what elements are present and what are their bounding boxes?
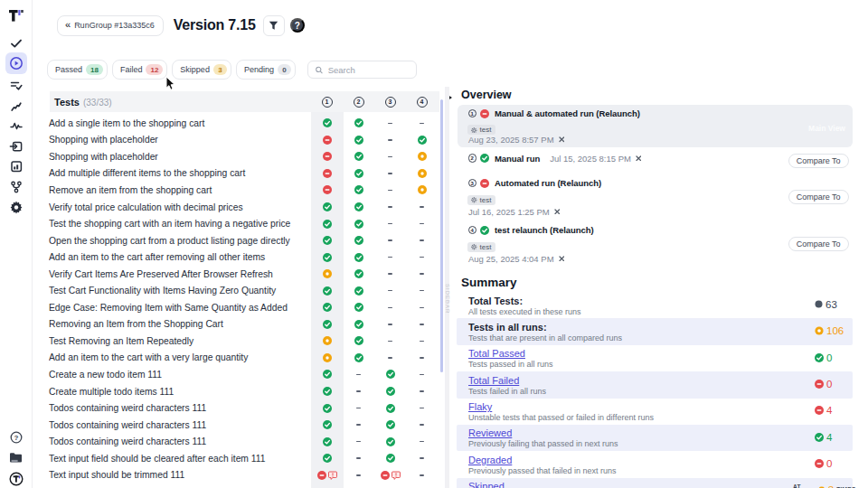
no-run-dash	[388, 206, 392, 208]
run-tag[interactable]: test	[467, 195, 495, 205]
remove-run-button[interactable]	[559, 136, 565, 143]
test-row[interactable]: Test Removing an Item Repeatedly	[33, 333, 439, 350]
ghost-main-view-label: Main View	[808, 124, 845, 133]
dark-dot-icon	[815, 300, 823, 308]
test-row[interactable]: Shopping with placeholder	[33, 132, 439, 149]
test-row[interactable]: Verify Cart Items Are Preserved After Br…	[33, 266, 439, 283]
tests-scrollbar-thumb[interactable]	[440, 99, 443, 372]
no-run-dash	[420, 223, 424, 225]
passed-status-icon	[354, 118, 363, 127]
passed-status-icon	[354, 220, 363, 229]
summary-row-flaky: FlakyUnstable tests that passed or faile…	[457, 399, 853, 425]
test-status-cell	[374, 454, 406, 463]
passed-status-icon	[386, 370, 395, 379]
test-row[interactable]: Removing an Item from the Shopping Cart	[33, 316, 439, 333]
compare-to-button[interactable]: Compare To	[788, 154, 849, 169]
test-row[interactable]: Shopping with placeholder	[33, 148, 439, 165]
sidebar-item-play-circle[interactable]	[5, 52, 27, 74]
test-row[interactable]: Text input field should be cleared after…	[33, 450, 439, 467]
test-row[interactable]: Verify total price calculation with deci…	[33, 199, 439, 216]
run-item-3[interactable]: 3 Automated run (Relaunch) testJul 16, 2…	[458, 178, 853, 188]
comment-indicator-icon	[392, 471, 401, 480]
test-row[interactable]: Remove an item from the shopping cart	[33, 182, 439, 199]
summary-row-value-prefix: AT LEAST	[793, 483, 816, 488]
test-status-cell	[406, 206, 438, 208]
summary-row-label[interactable]: Reviewed	[468, 427, 840, 438]
passed-status-icon	[354, 202, 363, 211]
test-status-cell	[343, 185, 374, 194]
no-run-dash	[420, 206, 424, 208]
no-run-dash	[420, 324, 424, 325]
run-item-1[interactable]: 1 Manual & automated run (Relaunch) test…	[458, 108, 853, 118]
summary-row-label[interactable]: Total Failed	[468, 375, 840, 386]
run-number-badge: 1	[468, 109, 477, 118]
test-row[interactable]: Add an item to the cart after removing a…	[33, 249, 439, 266]
test-row[interactable]: Add an item to the cart with a very larg…	[33, 350, 439, 367]
remove-run-button[interactable]	[554, 209, 561, 215]
test-row[interactable]: Create a new todo item 111	[33, 366, 439, 383]
no-run-dash	[356, 390, 361, 392]
test-row[interactable]: Todos containing weird characters 111	[33, 417, 439, 434]
sidebar-item-branch[interactable]	[5, 176, 27, 198]
remove-run-button[interactable]	[636, 155, 642, 162]
back-to-rungroup-button[interactable]: « RunGroup #13a335c6	[57, 15, 164, 36]
summary-row-label[interactable]: Skipped	[468, 481, 840, 488]
run-tag[interactable]: test	[467, 125, 495, 135]
passed-status-icon	[386, 454, 395, 463]
sidebar-item-image[interactable]	[5, 155, 27, 177]
filter-chip-pending[interactable]: Pending0	[236, 60, 296, 80]
sidebar-item-accessibility-t[interactable]	[5, 468, 27, 488]
sidebar-item-folder[interactable]	[5, 446, 27, 468]
compare-to-button[interactable]: Compare To	[788, 190, 849, 205]
sidebar-item-pulse[interactable]	[5, 115, 27, 136]
compare-to-button[interactable]: Compare To	[788, 237, 849, 252]
test-status-cell	[311, 454, 343, 463]
test-status-cell	[343, 320, 374, 329]
no-run-dash	[356, 474, 361, 476]
test-status-cell	[374, 223, 406, 225]
comment-indicator-icon	[328, 471, 337, 480]
search-input[interactable]	[328, 65, 409, 75]
failed-status-icon	[480, 179, 489, 188]
sidebar-item-list-check[interactable]	[5, 75, 27, 97]
test-row[interactable]: Todos containing weird characters 111	[33, 399, 439, 417]
summary-row-label[interactable]: Total Passed	[468, 348, 840, 359]
sidebar-item-import-box[interactable]	[5, 136, 27, 157]
run-item-2[interactable]: 2 Manual runJul 15, 2025 8:15 PM Compare…	[458, 154, 853, 164]
test-status-cell	[311, 387, 343, 396]
status-filter-chips: Passed18Failed12Skipped3Pending0	[47, 60, 417, 80]
run-item-4[interactable]: 4 test relaunch (Relaunch) testAug 25, 2…	[458, 225, 853, 235]
failed-status-icon	[323, 185, 332, 194]
sidebar-item-check[interactable]	[5, 33, 27, 54]
red-minus-icon	[815, 406, 824, 415]
panel-resizer[interactable]: SIDEBAR	[445, 87, 449, 488]
test-row[interactable]: Test the shopping cart with an item havi…	[33, 215, 439, 232]
red-minus-icon	[815, 459, 824, 468]
filter-chip-skipped[interactable]: Skipped3	[172, 60, 231, 80]
testomat-logo[interactable]	[7, 7, 25, 27]
summary-row-label[interactable]: Degraded	[468, 455, 840, 465]
test-row[interactable]: Edge Case: Removing Item with Same Quant…	[33, 299, 439, 316]
sidebar-item-stairs[interactable]	[5, 95, 27, 117]
no-run-dash	[388, 173, 392, 174]
summary-row-label[interactable]: Flaky	[468, 401, 840, 412]
no-run-dash	[388, 290, 392, 292]
run-tag[interactable]: test	[467, 242, 495, 252]
test-row[interactable]: Add multiple different items to the shop…	[33, 165, 439, 183]
test-row[interactable]: Test Cart Functionality with Items Havin…	[33, 282, 439, 299]
help-button[interactable]: ?	[290, 18, 305, 33]
failed-status-icon	[317, 471, 326, 480]
test-row[interactable]: Create multiple todo items 111	[33, 383, 439, 400]
remove-run-button[interactable]	[559, 256, 565, 262]
filter-chip-failed[interactable]: Failed12	[112, 60, 167, 80]
test-row[interactable]: Text input should be trimmed 111	[33, 466, 439, 483]
sidebar-item-help-circle[interactable]: ?	[5, 427, 27, 448]
test-row[interactable]: Todos containing weird characters 111	[33, 433, 439, 450]
run-number-badge: 3	[385, 97, 396, 108]
test-row[interactable]: Add a single item to the shopping cart	[33, 115, 439, 132]
test-row[interactable]: Open the shopping cart from a product li…	[33, 232, 439, 249]
filter-chip-passed[interactable]: Passed18	[47, 60, 108, 80]
test-name: Text input field should be cleared after…	[49, 454, 311, 464]
sidebar-item-gear[interactable]	[5, 196, 27, 218]
filter-button[interactable]	[263, 15, 285, 36]
